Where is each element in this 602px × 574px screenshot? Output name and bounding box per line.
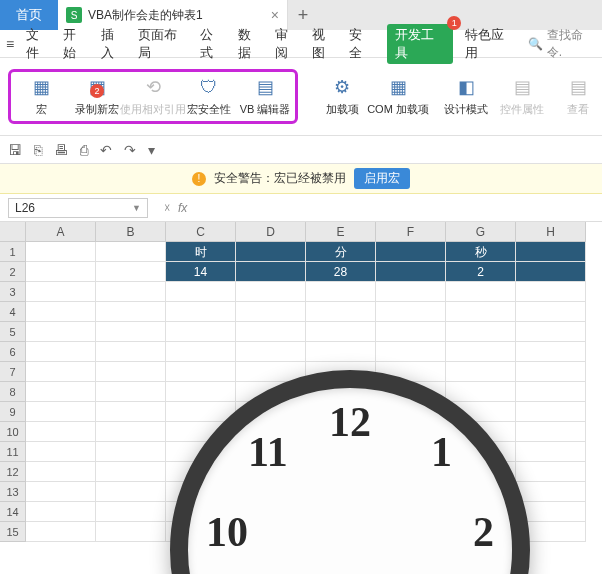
row-header[interactable]: 10 (0, 422, 26, 442)
print-icon[interactable]: 🖶 (54, 142, 68, 158)
row-header[interactable]: 8 (0, 382, 26, 402)
cell[interactable] (516, 262, 586, 282)
cell[interactable] (26, 422, 96, 442)
cell[interactable] (26, 302, 96, 322)
cell[interactable]: 14 (166, 262, 236, 282)
menu-insert[interactable]: 插入 (101, 26, 126, 62)
cell[interactable] (96, 342, 166, 362)
row-header[interactable]: 6 (0, 342, 26, 362)
cell[interactable] (96, 442, 166, 462)
cell[interactable] (96, 362, 166, 382)
redo-icon[interactable]: ↷ (124, 142, 136, 158)
cell[interactable] (306, 322, 376, 342)
cell[interactable] (166, 322, 236, 342)
add-tab-button[interactable]: + (288, 5, 318, 26)
menu-dev[interactable]: 开发工具 1 (387, 24, 454, 64)
fx-icon[interactable]: fx (178, 201, 187, 215)
cell[interactable] (96, 462, 166, 482)
search-input[interactable]: 🔍 查找命令. (528, 27, 596, 61)
cell[interactable] (376, 262, 446, 282)
cell[interactable] (96, 322, 166, 342)
menu-security[interactable]: 安全 (349, 26, 374, 62)
close-icon[interactable]: × (271, 7, 279, 23)
row-header[interactable]: 9 (0, 402, 26, 422)
cell[interactable]: 时 (166, 242, 236, 262)
cell[interactable] (516, 342, 586, 362)
cell[interactable]: 28 (306, 262, 376, 282)
cell[interactable] (166, 302, 236, 322)
cell[interactable] (516, 242, 586, 262)
cell[interactable] (26, 282, 96, 302)
col-header[interactable]: H (516, 222, 586, 242)
row-header[interactable]: 1 (0, 242, 26, 262)
cell[interactable] (96, 522, 166, 542)
preview-icon[interactable]: ⎘ (34, 142, 42, 158)
cell[interactable] (26, 502, 96, 522)
row-header[interactable]: 5 (0, 322, 26, 342)
cell[interactable] (236, 242, 306, 262)
cell[interactable] (446, 282, 516, 302)
cell[interactable] (96, 242, 166, 262)
cell[interactable] (236, 322, 306, 342)
col-header[interactable]: D (236, 222, 306, 242)
row-header[interactable]: 4 (0, 302, 26, 322)
col-header[interactable]: E (306, 222, 376, 242)
row-header[interactable]: 2 (0, 262, 26, 282)
menu-start[interactable]: 开始 (63, 26, 88, 62)
cell[interactable] (26, 382, 96, 402)
col-header[interactable]: A (26, 222, 96, 242)
col-header[interactable]: C (166, 222, 236, 242)
cell[interactable] (376, 302, 446, 322)
menu-view[interactable]: 视图 (312, 26, 337, 62)
cell[interactable] (166, 342, 236, 362)
row-header[interactable]: 7 (0, 362, 26, 382)
undo-icon[interactable]: ↶ (100, 142, 112, 158)
cell[interactable] (26, 462, 96, 482)
cell[interactable] (96, 422, 166, 442)
cell[interactable] (376, 282, 446, 302)
cell[interactable] (376, 342, 446, 362)
cell[interactable]: 2 (446, 262, 516, 282)
cell[interactable] (26, 342, 96, 362)
save-icon[interactable]: 🖫 (8, 142, 22, 158)
row-header[interactable]: 14 (0, 502, 26, 522)
cell[interactable] (516, 302, 586, 322)
cell[interactable] (26, 242, 96, 262)
macro-button[interactable]: ▦ 宏 (17, 76, 65, 117)
cell[interactable] (236, 342, 306, 362)
menu-review[interactable]: 审阅 (275, 26, 300, 62)
cell[interactable] (26, 482, 96, 502)
cell[interactable] (376, 322, 446, 342)
dropdown-icon[interactable]: ▾ (148, 142, 155, 158)
select-all-corner[interactable] (0, 222, 26, 242)
cell[interactable] (96, 482, 166, 502)
cell[interactable] (26, 402, 96, 422)
com-addin-button[interactable]: ▦ COM 加载项 (374, 76, 422, 117)
row-header[interactable]: 13 (0, 482, 26, 502)
cell[interactable] (26, 442, 96, 462)
macro-security-button[interactable]: 🛡 宏安全性 (185, 76, 233, 117)
cell[interactable] (446, 302, 516, 322)
cell[interactable]: 秒 (446, 242, 516, 262)
cell[interactable] (26, 322, 96, 342)
enable-macro-button[interactable]: 启用宏 (354, 168, 410, 189)
vb-editor-button[interactable]: ▤ VB 编辑器 (241, 76, 289, 117)
col-header[interactable]: F (376, 222, 446, 242)
chevron-down-icon[interactable]: ▼ (132, 203, 141, 213)
cell[interactable]: 分 (306, 242, 376, 262)
menu-layout[interactable]: 页面布局 (138, 26, 189, 62)
menu-icon[interactable]: ≡ (6, 36, 14, 52)
cell[interactable] (236, 262, 306, 282)
scan-icon[interactable]: ⎙ (80, 142, 88, 158)
cell[interactable] (26, 262, 96, 282)
cell[interactable] (26, 362, 96, 382)
cell[interactable] (306, 282, 376, 302)
cell[interactable] (236, 282, 306, 302)
cell[interactable] (376, 242, 446, 262)
row-header[interactable]: 11 (0, 442, 26, 462)
cell[interactable] (166, 282, 236, 302)
record-macro-button[interactable]: ▦ 2 录制新宏 (73, 76, 121, 117)
cell[interactable] (26, 522, 96, 542)
row-header[interactable]: 12 (0, 462, 26, 482)
cell[interactable] (96, 402, 166, 422)
